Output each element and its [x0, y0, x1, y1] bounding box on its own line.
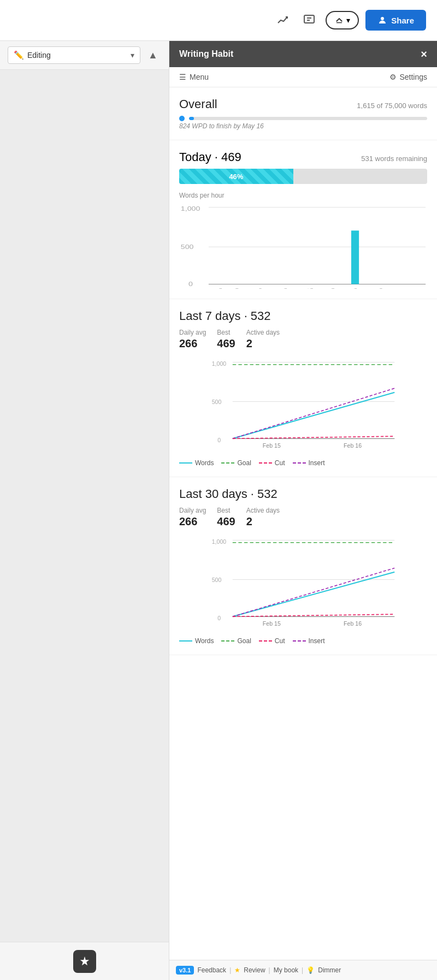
settings-label: Settings: [399, 73, 427, 81]
svg-line-41: [233, 614, 394, 616]
legend-insert-label: Insert: [309, 459, 325, 467]
today-progress-fill: 46%: [179, 169, 293, 184]
sep1: |: [229, 966, 231, 974]
today-header: Today · 469 531 words remaining: [179, 150, 427, 164]
share-label: Share: [391, 16, 414, 25]
progress-fill: [189, 117, 194, 120]
last30-title: Last 30 days · 532: [179, 487, 277, 501]
share-button[interactable]: Share: [365, 10, 426, 31]
dropdown-chevron: ▾: [131, 51, 134, 60]
editing-label: Editing: [27, 51, 51, 60]
overall-progress-bar-row: [179, 116, 427, 121]
svg-text:1,000: 1,000: [212, 538, 227, 545]
svg-text:500: 500: [212, 399, 222, 405]
svg-rect-19: [351, 230, 359, 284]
menu-lines-icon: ☰: [179, 73, 186, 81]
last7-daily-avg-value: 266: [179, 337, 206, 350]
feedback-link[interactable]: Feedback: [197, 966, 226, 974]
editing-dropdown[interactable]: ✏️ Editing ▾: [8, 46, 140, 64]
settings-button[interactable]: ⚙ Settings: [389, 73, 427, 81]
collapse-button[interactable]: ▲: [145, 47, 161, 63]
svg-text:Feb 15: Feb 15: [263, 442, 281, 449]
star-icon: ★: [234, 966, 240, 974]
upload-dropdown-icon: ▾: [346, 16, 350, 25]
overall-progress-text: 1,615 of 75,000 words: [357, 102, 427, 110]
left-panel: ✏️ Editing ▾ ▲: [0, 41, 169, 980]
svg-text:0: 0: [217, 615, 221, 621]
overall-title: Overall: [179, 97, 217, 111]
svg-text:1,000: 1,000: [181, 206, 200, 212]
last30-legend: Words Goal Cut Insert: [179, 637, 427, 645]
mybook-link[interactable]: My book: [274, 966, 298, 974]
svg-text:3: 3: [331, 287, 335, 289]
document-area: [0, 70, 169, 942]
progress-dot: [179, 116, 185, 121]
svg-text:9: 9: [379, 287, 383, 289]
svg-line-40: [233, 568, 394, 616]
today-title: Today · 469: [179, 150, 241, 164]
svg-text:Feb 16: Feb 16: [344, 442, 362, 449]
last30-daily-avg: Daily avg 266: [179, 507, 206, 528]
top-toolbar: ▾ Share: [0, 0, 437, 41]
last30-daily-avg-value: 266: [179, 515, 206, 528]
legend-words-label: Words: [195, 459, 214, 467]
svg-text:Feb 16: Feb 16: [344, 620, 362, 627]
legend-goal-label: Goal: [237, 459, 251, 467]
last30-legend-insert: Insert: [293, 637, 325, 645]
habit-panel: Writing Habit × ☰ Menu ⚙ Settings Overal…: [169, 41, 437, 980]
menu-button[interactable]: ☰ Menu: [179, 73, 209, 81]
trending-icon[interactable]: [273, 10, 293, 30]
last7-active-days-label: Active days: [246, 329, 280, 336]
svg-text:Feb 15: Feb 15: [263, 620, 281, 627]
svg-text:0: 0: [188, 281, 193, 287]
svg-text:500: 500: [181, 244, 194, 251]
last7-daily-avg-label: Daily avg: [179, 329, 206, 336]
svg-text:6: 6: [353, 287, 357, 289]
last30-best: Best 469: [217, 507, 235, 528]
last7-section: Last 7 days · 532 Daily avg 266 Best 469…: [169, 299, 437, 477]
last30-legend-insert-label: Insert: [309, 637, 325, 645]
habit-header: Writing Habit ×: [169, 41, 437, 67]
close-button[interactable]: ×: [421, 49, 427, 60]
comment-icon[interactable]: [299, 10, 319, 30]
today-section: Today · 469 531 words remaining 46% Word…: [169, 140, 437, 299]
habit-nav: ☰ Menu ⚙ Settings: [169, 67, 437, 87]
last30-legend-words: Words: [179, 637, 214, 645]
gear-icon: ⚙: [389, 73, 397, 81]
svg-text:6: 6: [258, 287, 262, 289]
legend-goal: Goal: [221, 459, 251, 467]
pencil-icon: ✏️: [14, 50, 24, 60]
last7-daily-avg: Daily avg 266: [179, 329, 206, 350]
bottom-spacer: [169, 655, 437, 677]
upload-button[interactable]: ▾: [326, 11, 359, 29]
svg-line-39: [233, 572, 394, 617]
svg-line-27: [233, 393, 394, 439]
last30-chart: 1,000 500 0 Feb 15 Feb: [179, 534, 427, 633]
habit-scroll-area[interactable]: Overall 1,615 of 75,000 words 824 WPD to…: [169, 87, 437, 960]
last7-title: Last 7 days · 532: [179, 309, 271, 323]
left-bottom-bar: [0, 942, 169, 980]
dimmer-link[interactable]: Dimmer: [318, 966, 341, 974]
last30-legend-goal-label: Goal: [237, 637, 251, 645]
progress-track: [189, 117, 427, 120]
last30-daily-avg-label: Daily avg: [179, 507, 206, 514]
bulb-icon: 💡: [306, 966, 315, 974]
last30-active-days: Active days 2: [246, 507, 280, 528]
menu-label: Menu: [190, 73, 209, 81]
svg-text:1,000: 1,000: [212, 360, 227, 367]
legend-cut: Cut: [259, 459, 285, 467]
overall-section: Overall 1,615 of 75,000 words 824 WPD to…: [169, 87, 437, 140]
review-link[interactable]: Review: [244, 966, 265, 974]
svg-point-4: [381, 17, 384, 20]
ai-button[interactable]: [73, 950, 96, 973]
version-badge: v3.1: [176, 966, 194, 975]
today-remaining: 531 words remaining: [361, 155, 427, 163]
last30-active-days-label: Active days: [246, 507, 280, 514]
last7-legend: Words Goal Cut Insert: [179, 459, 427, 467]
habit-title: Writing Habit: [179, 49, 233, 59]
today-pct-label: 46%: [229, 173, 243, 181]
svg-text:500: 500: [212, 577, 222, 583]
svg-text:←2: ←2: [212, 287, 223, 289]
sep3: |: [302, 966, 303, 974]
last7-stats: Daily avg 266 Best 469 Active days 2: [179, 329, 427, 350]
